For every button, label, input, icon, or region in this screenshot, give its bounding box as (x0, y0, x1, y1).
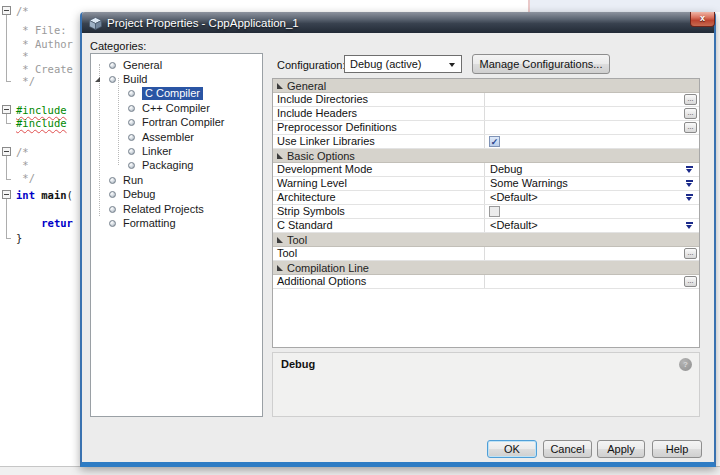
category-node-icon (109, 206, 116, 213)
property-row-strip-symbols: Strip Symbols✓ (273, 205, 699, 219)
tree-item-c-compiler[interactable]: C Compiler (91, 87, 262, 101)
fold-collapse-icon[interactable] (2, 147, 11, 156)
chevron-down-icon[interactable] (686, 166, 693, 174)
browse-button[interactable]: ... (684, 108, 697, 119)
section-header-compilation-line[interactable]: Compilation Line (273, 261, 699, 275)
property-value[interactable]: ... (485, 121, 699, 134)
fold-collapse-icon[interactable] (2, 105, 11, 114)
property-label: Use Linker Libraries (273, 135, 485, 148)
tree-item-assembler[interactable]: Assembler (91, 130, 262, 144)
fold-collapse-icon[interactable] (2, 190, 11, 199)
property-value[interactable]: <Default> (485, 219, 699, 232)
categories-label: Categories: (90, 40, 146, 52)
configuration-label: Configuration: (277, 59, 346, 71)
tree-item-debug[interactable]: Debug (91, 188, 262, 202)
tree-item-general[interactable]: General (91, 58, 262, 72)
property-value[interactable]: ✓ (485, 135, 699, 148)
browse-button[interactable]: ... (684, 122, 697, 133)
section-header-basic-options[interactable]: Basic Options (273, 149, 699, 163)
tree-item-formatting[interactable]: Formatting (91, 216, 262, 230)
dropdown-value: <Default> (490, 219, 538, 232)
property-value[interactable]: ... (485, 93, 699, 106)
cancel-button[interactable]: Cancel (543, 440, 592, 458)
section-collapse-icon (277, 83, 283, 89)
property-row-c-standard: C Standard<Default> (273, 219, 699, 233)
property-row-warning-level: Warning LevelSome Warnings (273, 177, 699, 191)
property-value[interactable]: Some Warnings (485, 177, 699, 190)
property-value[interactable]: ... (485, 275, 699, 288)
property-value[interactable]: ✓ (485, 205, 699, 218)
tree-item-c-compiler[interactable]: C++ Compiler (91, 101, 262, 115)
code-line: /* (16, 146, 29, 158)
fold-collapse-icon[interactable] (2, 6, 11, 15)
browse-button[interactable]: ... (684, 248, 697, 259)
property-value[interactable]: ... (485, 107, 699, 120)
dialog-title: Project Properties - CppApplication_1 (107, 17, 299, 29)
property-label: C Standard (273, 219, 485, 232)
section-header-general[interactable]: General (273, 79, 699, 93)
code-line: */ (16, 172, 35, 184)
dialog-titlebar[interactable]: Project Properties - CppApplication_1 x (82, 12, 714, 33)
property-label: Preprocessor Definitions (273, 121, 485, 134)
manage-configurations-button[interactable]: Manage Configurations... (472, 54, 610, 74)
tree-item-label: Build (123, 73, 147, 86)
property-row-preprocessor-definitions: Preprocessor Definitions... (273, 121, 699, 135)
category-node-icon (109, 62, 116, 69)
tree-item-build[interactable]: Build (91, 72, 262, 86)
chevron-down-icon[interactable] (686, 222, 693, 230)
tree-item-related-projects[interactable]: Related Projects (91, 202, 262, 216)
section-collapse-icon (277, 265, 283, 271)
code-segment: */ (16, 75, 35, 87)
property-label: Additional Options (273, 275, 485, 288)
code-line: #include (16, 104, 67, 116)
dropdown-value: Some Warnings (490, 177, 568, 190)
category-node-icon (128, 105, 135, 112)
category-node-icon (128, 162, 135, 169)
property-label: Tool (273, 247, 485, 260)
code-segment: * (16, 50, 29, 62)
close-button[interactable]: x (690, 12, 715, 27)
property-label: Warning Level (273, 177, 485, 190)
expand-icon[interactable] (95, 77, 100, 82)
fold-guide-line (6, 114, 11, 124)
code-line: * File: (16, 24, 67, 36)
section-header-tool[interactable]: Tool (273, 233, 699, 247)
tree-item-run[interactable]: Run (91, 173, 262, 187)
section-collapse-icon (277, 237, 283, 243)
categories-tree[interactable]: GeneralBuildC CompilerC++ CompilerFortra… (90, 53, 263, 417)
property-label: Include Directories (273, 93, 485, 106)
chevron-down-icon[interactable] (686, 194, 693, 202)
checkbox-unchecked[interactable]: ✓ (489, 206, 500, 217)
property-value[interactable]: Debug (485, 163, 699, 176)
tree-item-label: C++ Compiler (142, 102, 210, 115)
description-panel: Debug ? (272, 352, 700, 417)
browse-button[interactable]: ... (684, 276, 697, 287)
tree-item-fortran-compiler[interactable]: Fortran Compiler (91, 116, 262, 130)
browse-button[interactable]: ... (684, 94, 697, 105)
help-circle-icon[interactable]: ? (679, 358, 692, 371)
property-value[interactable]: <Default> (485, 191, 699, 204)
statusbar-strip (0, 466, 720, 475)
configuration-select[interactable]: Debug (active) (344, 55, 462, 73)
help-button[interactable]: Help (652, 440, 702, 458)
code-segment: * Create (16, 63, 73, 75)
property-value[interactable]: ... (485, 247, 699, 260)
property-row-include-directories: Include Directories... (273, 93, 699, 107)
tree-item-packaging[interactable]: Packaging (91, 159, 262, 173)
category-node-icon (109, 177, 116, 184)
section-header-label: Compilation Line (287, 262, 369, 274)
dialog-content: Categories: GeneralBuildC CompilerC++ Co… (82, 33, 714, 462)
tree-item-label: Linker (142, 145, 172, 158)
code-line: * (16, 159, 29, 171)
code-segment: * (16, 159, 29, 171)
category-node-icon (128, 148, 135, 155)
ok-button[interactable]: OK (487, 440, 537, 458)
tree-item-label: General (123, 59, 162, 72)
tree-item-linker[interactable]: Linker (91, 144, 262, 158)
dropdown-value: <Default> (490, 191, 538, 204)
chevron-down-icon[interactable] (686, 180, 693, 188)
checkbox-checked[interactable]: ✓ (489, 136, 500, 147)
tree-item-label: Related Projects (123, 203, 204, 216)
apply-button[interactable]: Apply (597, 440, 645, 458)
category-node-icon (109, 76, 116, 83)
